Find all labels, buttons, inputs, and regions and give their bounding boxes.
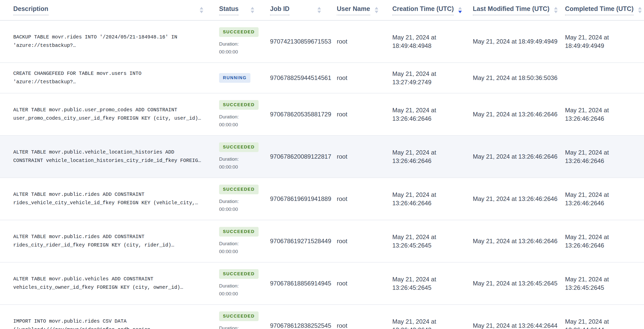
duration-block: Duration: 00:00:00 (219, 155, 257, 171)
completed-time: May 21, 2024 at 13:26:44:2644 (565, 317, 621, 329)
job-id: 970678612838252545 (270, 322, 331, 329)
job-id: 970678620535881729 (270, 111, 331, 118)
duration-label: Duration: (219, 40, 257, 48)
job-id: 970678619271528449 (270, 238, 331, 244)
table-row[interactable]: ALTER TABLE movr.public.user_promo_codes… (0, 93, 644, 135)
sort-icons[interactable] (251, 7, 254, 13)
completed-time: May 21, 2024 at 13:26:46:2646 (565, 106, 621, 123)
sort-asc-icon[interactable] (375, 7, 378, 9)
creation-time: May 21, 2024 at 13:26:46:2646 (392, 190, 448, 207)
job-id: 970678618856914945 (270, 280, 331, 287)
column-header-label[interactable]: Job ID (270, 5, 289, 15)
duration-block: Duration: 00:00:00 (219, 240, 257, 255)
job-description-link[interactable]: BACKUP TABLE movr.rides INTO '/2024/05/2… (13, 33, 206, 50)
column-header-label[interactable]: User Name (337, 5, 370, 15)
status-badge: SUCCEEDED (219, 227, 259, 237)
user-name: root (337, 322, 347, 329)
sort-icons[interactable] (375, 7, 378, 13)
duration-value: 00:00:00 (219, 205, 257, 213)
duration-value: 00:00:00 (219, 121, 257, 129)
column-header-description[interactable]: Description (0, 0, 206, 20)
header-row: Description Status Job ID User Name (0, 0, 644, 20)
sort-icons[interactable] (200, 7, 203, 13)
status-badge: SUCCEEDED (219, 269, 259, 279)
sort-asc-icon[interactable] (638, 7, 642, 9)
duration-block: Duration: 00:00:00 (219, 197, 257, 213)
last-modified-time: May 21, 2024 at 13:26:46:2646 (473, 153, 557, 160)
column-header-user-name[interactable]: User Name (324, 0, 380, 20)
jobs-table-body: BACKUP TABLE movr.rides INTO '/2024/05/2… (0, 20, 644, 329)
job-description-link[interactable]: ALTER TABLE movr.public.user_promo_codes… (13, 106, 206, 123)
table-row[interactable]: ALTER TABLE movr.public.rides ADD CONSTR… (0, 220, 644, 262)
sort-desc-icon[interactable] (458, 11, 462, 13)
last-modified-time: May 21, 2024 at 13:26:46:2646 (473, 111, 557, 118)
table-row[interactable]: ALTER TABLE movr.public.rides ADD CONSTR… (0, 178, 644, 220)
sort-desc-icon[interactable] (251, 11, 254, 13)
last-modified-time: May 21, 2024 at 13:26:44:2644 (473, 322, 557, 329)
creation-time: May 21, 2024 at 13:26:46:2646 (392, 148, 448, 165)
sort-desc-icon[interactable] (317, 11, 321, 13)
creation-time: May 21, 2024 at 13:26:43:2643 (392, 317, 448, 329)
sort-desc-icon[interactable] (200, 11, 203, 13)
duration-label: Duration: (219, 324, 257, 329)
creation-time: May 21, 2024 at 13:27:49:2749 (392, 70, 448, 86)
sort-icons[interactable] (317, 7, 321, 13)
sort-desc-icon[interactable] (638, 11, 642, 13)
table-row[interactable]: IMPORT INTO movr.public.rides CSV DATA (… (0, 305, 644, 329)
completed-time: May 21, 2024 at 13:26:45:2645 (565, 275, 621, 292)
creation-time: May 21, 2024 at 13:26:45:2645 (392, 233, 448, 250)
table-row[interactable]: CREATE CHANGEFEED FOR TABLE movr.users I… (0, 63, 644, 93)
duration-value: 00:00:00 (219, 248, 257, 255)
sort-desc-icon[interactable] (554, 11, 558, 13)
column-header-completed-time-utc[interactable]: Completed Time (UTC) (552, 0, 644, 20)
sort-icons[interactable] (554, 7, 558, 13)
jobs-table: Description Status Job ID User Name (0, 0, 644, 329)
column-header-label[interactable]: Description (13, 5, 48, 15)
user-name: root (337, 238, 347, 244)
duration-label: Duration: (219, 155, 257, 163)
column-header-creation-time-utc[interactable]: Creation Time (UTC) (380, 0, 460, 20)
duration-label: Duration: (219, 240, 257, 248)
job-description-link[interactable]: IMPORT INTO movr.public.rides CSV DATA (… (13, 317, 206, 329)
last-modified-time: May 21, 2024 at 18:49:49:4949 (473, 38, 557, 45)
sort-desc-icon[interactable] (375, 11, 378, 13)
column-header-last-modified-time-utc[interactable]: Last Modified Time (UTC) (460, 0, 552, 20)
sort-icons[interactable] (458, 7, 462, 13)
job-id: 970678619691941889 (270, 195, 331, 202)
sort-asc-icon[interactable] (200, 7, 203, 9)
user-name: root (337, 74, 347, 81)
duration-value: 00:00:00 (219, 163, 257, 171)
last-modified-time: May 21, 2024 at 18:50:36:5036 (473, 74, 557, 81)
duration-label: Duration: (219, 113, 257, 121)
column-header-label[interactable]: Creation Time (UTC) (392, 5, 454, 15)
job-description-link[interactable]: ALTER TABLE movr.public.rides ADD CONSTR… (13, 190, 206, 207)
column-header-label[interactable]: Last Modified Time (UTC) (473, 5, 549, 15)
table-row[interactable]: ALTER TABLE movr.public.vehicles ADD CON… (0, 262, 644, 305)
job-description-link[interactable]: CREATE CHANGEFEED FOR TABLE movr.users I… (13, 70, 206, 86)
sort-asc-icon[interactable] (554, 7, 558, 9)
duration-block: Duration: 00:00:00 (219, 40, 257, 56)
sort-asc-icon[interactable] (458, 7, 462, 9)
last-modified-time: May 21, 2024 at 13:26:46:2646 (473, 238, 557, 244)
sort-asc-icon[interactable] (317, 7, 321, 9)
duration-label: Duration: (219, 282, 257, 290)
job-description-link[interactable]: ALTER TABLE movr.public.rides ADD CONSTR… (13, 233, 206, 250)
job-description-link[interactable]: ALTER TABLE movr.public.vehicle_location… (13, 148, 206, 165)
column-header-label[interactable]: Status (219, 5, 238, 15)
sort-asc-icon[interactable] (251, 7, 254, 9)
job-id: 970678620089122817 (270, 153, 331, 160)
job-description-link[interactable]: ALTER TABLE movr.public.vehicles ADD CON… (13, 275, 206, 292)
creation-time: May 21, 2024 at 18:49:48:4948 (392, 33, 448, 50)
job-id: 970742130859671553 (270, 38, 331, 45)
duration-value: 00:00:00 (219, 290, 257, 298)
column-header-status[interactable]: Status (206, 0, 257, 20)
column-header-label[interactable]: Completed Time (UTC) (565, 5, 634, 15)
sort-icons[interactable] (638, 7, 642, 13)
column-header-job-id[interactable]: Job ID (257, 0, 324, 20)
status-badge: SUCCEEDED (219, 185, 259, 194)
duration-label: Duration: (219, 197, 257, 205)
table-row[interactable]: ALTER TABLE movr.public.vehicle_location… (0, 135, 644, 178)
table-row[interactable]: BACKUP TABLE movr.rides INTO '/2024/05/2… (0, 20, 644, 63)
user-name: root (337, 195, 347, 202)
duration-block: Duration: 00:00:00 (219, 113, 257, 129)
